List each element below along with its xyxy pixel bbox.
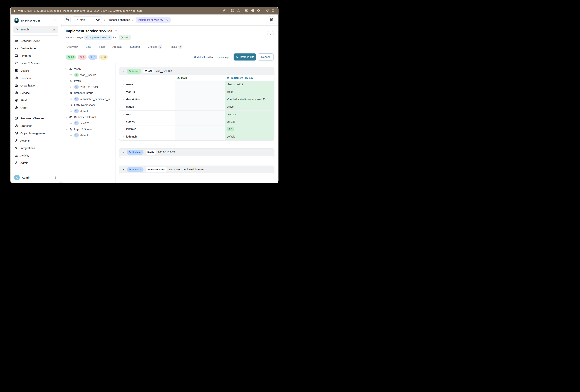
tab-overview[interactable]: Overview	[66, 42, 78, 51]
diff-row-l2domain[interactable]: l2domain default	[119, 133, 274, 140]
diff-card-header[interactable]: Added VLAN vlan__srv-123	[119, 67, 274, 75]
standard-group	[69, 92, 72, 95]
url-text[interactable]: http://127.0.0.1:8000/proposed-changes/1…	[18, 9, 143, 12]
object-name: automated_dedicated_internet	[169, 168, 204, 171]
breadcrumb-current[interactable]: Implement service srv-123	[136, 17, 171, 23]
merge-text: wants to merge	[66, 36, 83, 39]
compare-branch-cell: VLAN allocated to service srv-123	[225, 96, 274, 103]
sidebar-item-actions[interactable]: Actions	[13, 137, 58, 144]
object-name: vlan__srv-123	[155, 70, 172, 73]
browser-toolbar-image[interactable]	[231, 9, 234, 12]
chevron-down-icon	[65, 68, 68, 70]
refresh-icon[interactable]	[114, 29, 118, 33]
tab-schema[interactable]: Schema	[130, 42, 140, 51]
vlan	[69, 67, 72, 71]
tab-artifacts[interactable]: Artifacts	[112, 42, 123, 51]
user-menu[interactable]: A Admin	[13, 173, 58, 180]
browser-toolbar-globe[interactable]	[251, 9, 255, 12]
object-kind-badge: StandardGroup	[145, 167, 167, 172]
sidebar-item-ipam[interactable]: IPAM	[13, 97, 58, 104]
tree-node-default-namespace[interactable]: default	[65, 108, 114, 114]
source-branch-badge[interactable]: implement_srv-123	[84, 35, 112, 40]
chevron-down-icon[interactable]	[94, 16, 102, 23]
tree-node-203-0-113-0-24[interactable]: 203.0.113.0/24	[65, 84, 114, 90]
tree-node-default-l2domain[interactable]: default	[65, 132, 114, 138]
tree-group-layer-2-domain[interactable]: Layer 2 Domain	[65, 126, 114, 132]
sidebar-item-platform[interactable]: Platform	[13, 52, 58, 59]
chevron-right-icon	[122, 128, 124, 130]
tree-node-vlan-srv-123[interactable]: vlan__srv-123	[65, 72, 114, 78]
object-kind-badge: Prefix	[145, 150, 156, 155]
tree-node-automated-dedicated-internet[interactable]: automated_dedicated_in...	[65, 96, 114, 102]
main-area: main / Proposed changes / Implement serv…	[61, 14, 278, 183]
topbar: main / Proposed changes / Implement serv…	[61, 14, 278, 25]
search-input[interactable]: Search ⌘K	[13, 26, 58, 33]
browser-toolbar-columns[interactable]	[271, 9, 275, 12]
sidebar-item-other[interactable]: Other	[13, 104, 58, 111]
diff-body: VLAN vlan__srv-123	[61, 63, 278, 183]
tree-group-dedicated-internet[interactable]: Dedicated Internet	[65, 114, 114, 120]
sidebar-item-device-type[interactable]: Device Type	[13, 45, 58, 52]
browser-toolbar-puzzle[interactable]	[265, 9, 269, 12]
platform	[15, 54, 18, 57]
branch-selector[interactable]: main	[73, 16, 102, 23]
diff-row-name[interactable]: name vlan__srv-123	[119, 81, 274, 88]
help-button[interactable]: ?	[267, 31, 274, 37]
tree-group-prefix[interactable]: Prefix	[65, 78, 114, 84]
diff-card-header[interactable]: Updated Prefix 203.0.113.0/24	[119, 148, 274, 156]
browser-toolbar-terminal[interactable]	[245, 9, 249, 12]
compare-branch-cell: 1	[225, 126, 274, 133]
refresh-diff-button[interactable]: Refresh diff	[234, 53, 256, 60]
sidebar-item-admin[interactable]: Admin	[13, 159, 58, 166]
sidebar-collapse-icon[interactable]	[53, 18, 58, 23]
column-implement-srv-123[interactable]: implement_srv-123	[225, 76, 274, 79]
browser-toolbar-link[interactable]	[222, 9, 226, 12]
tab-checks[interactable]: Checks 1	[147, 42, 162, 51]
activity	[15, 154, 18, 157]
sidebar-item-device[interactable]: Device	[13, 67, 58, 74]
logo-wordmark: INFRAHUB	[21, 19, 52, 22]
tab-tasks[interactable]: Tasks 7	[170, 42, 183, 51]
sidebar-item-branches[interactable]: Branches	[13, 122, 58, 129]
tree-node-srv-123[interactable]: srv-123	[65, 120, 114, 126]
tree-bullet	[69, 74, 72, 76]
tab-count-badge: 1	[158, 45, 162, 49]
sidebar-item-object-management[interactable]: Object Management	[13, 129, 58, 137]
rebase-button[interactable]: Rebase	[258, 53, 274, 60]
breadcrumb-proposed-changes[interactable]: Proposed changes	[108, 18, 130, 21]
network-device	[15, 39, 18, 42]
tab-data[interactable]: Data	[85, 42, 92, 51]
apps-grid-button[interactable]	[268, 16, 275, 23]
browser-toolbar-crosshair[interactable]	[257, 9, 261, 12]
sidebar-item-location[interactable]: Location	[13, 74, 58, 82]
sidebar-item-proposed-changes[interactable]: Proposed Changes	[13, 115, 58, 122]
diff-row-prefixes[interactable]: Prefixes 1	[119, 126, 274, 133]
tree-group-ipam-namespace[interactable]: IPAM Namespace	[65, 102, 114, 108]
info-icon: i	[14, 9, 15, 12]
branch-selector-value: main	[80, 18, 85, 21]
sidebar-item-network-device[interactable]: Network Device	[13, 37, 58, 45]
diff-row-status[interactable]: status active	[119, 103, 274, 111]
sidebar-item-organization[interactable]: Organization	[13, 82, 58, 89]
tab-files[interactable]: Files	[99, 42, 105, 51]
branch-columns-header: main implement_srv-123	[119, 75, 274, 81]
browser-toolbar-camera[interactable]	[237, 9, 240, 12]
sidebar-item-activity[interactable]: Activity	[13, 152, 58, 159]
main-branch-cell	[175, 88, 225, 96]
diff-row-description[interactable]: description VLAN allocated to service sr…	[119, 96, 274, 103]
sidebar-item-integrations[interactable]: Integrations	[13, 144, 58, 152]
page-title: Implement service srv-123	[66, 29, 112, 33]
diff-card-header[interactable]: Updated StandardGroup automated_dedicate…	[119, 166, 274, 173]
tree-bullet	[69, 98, 72, 100]
kebab-menu-icon[interactable]	[54, 176, 57, 179]
diff-row-role[interactable]: role customer	[119, 111, 274, 118]
tree-group-standard-group[interactable]: Standard Group	[65, 90, 114, 96]
admin	[15, 161, 18, 164]
target-branch-badge[interactable]: main	[119, 35, 131, 40]
diff-row-service[interactable]: service srv-123	[119, 118, 274, 126]
tree-group-vlan[interactable]: VLAN	[65, 66, 114, 72]
diff-row-vlan-id[interactable]: vlan_id 1000	[119, 88, 274, 96]
sidebar-item-service[interactable]: Service	[13, 89, 58, 97]
sidebar-item-layer-2-domain[interactable]: Layer 2 Domain	[13, 59, 58, 67]
time-travel-button[interactable]	[64, 16, 71, 23]
